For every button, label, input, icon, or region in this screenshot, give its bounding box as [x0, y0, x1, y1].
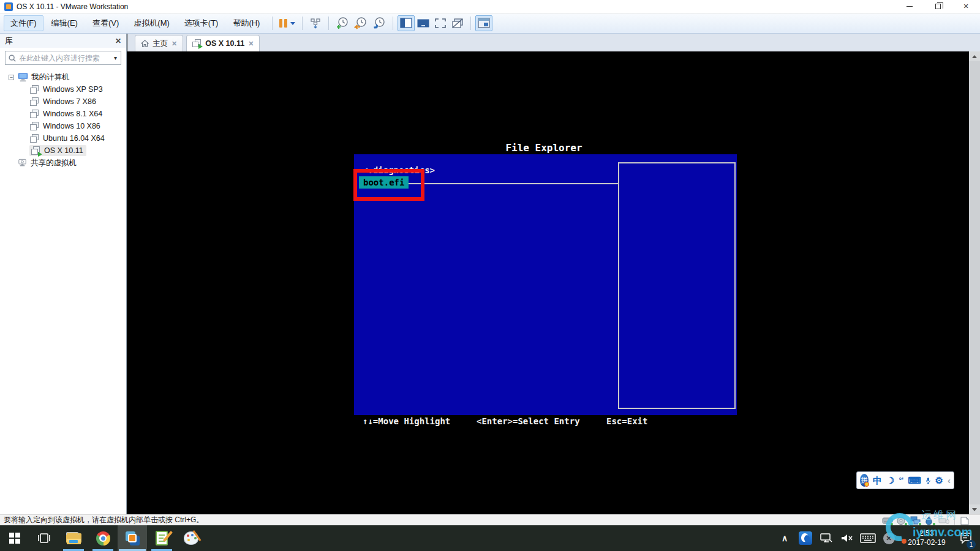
tab-label: OS X 10.11	[205, 39, 244, 48]
tree-item-label: Windows 8.1 X64	[43, 110, 102, 118]
menu-help[interactable]: 帮助(H)	[226, 15, 266, 31]
status-separator	[954, 517, 955, 525]
home-icon	[141, 40, 149, 47]
vm-console-screen[interactable]: File Explorer <.diagnostics> boot.efi ↑↓…	[127, 51, 969, 514]
search-icon	[8, 54, 17, 62]
close-button[interactable]: ✕	[952, 0, 980, 13]
ime-collapse-icon[interactable]: ‹	[948, 475, 951, 485]
tree-item-vm[interactable]: Windows 8.1 X64	[0, 108, 126, 120]
restore-icon	[935, 4, 941, 9]
snapshot-clock-plus-icon	[336, 17, 349, 30]
task-view-button[interactable]	[29, 525, 59, 551]
window-title: OS X 10.11 - VMware Workstation	[17, 2, 128, 11]
power-pause-button[interactable]	[277, 15, 298, 31]
tab-osx-vm[interactable]: OS X 10.11 ✕	[186, 35, 260, 51]
tray-network-icon[interactable]	[817, 525, 835, 551]
collapse-icon[interactable]: −	[9, 75, 14, 80]
menu-vm[interactable]: 虚拟机(M)	[127, 15, 176, 31]
status-bar: 要将输入定向到该虚拟机，请在虚拟机内部单击或按 Ctrl+G。	[0, 514, 980, 525]
vm-icon	[29, 97, 40, 107]
vmware-app-icon	[4, 2, 13, 11]
search-dropdown-icon[interactable]: ▾	[113, 54, 118, 61]
sound-device-icon[interactable]	[924, 516, 935, 525]
tray-volume-muted-icon[interactable]	[838, 525, 856, 551]
taskbar-chrome[interactable]	[88, 525, 118, 551]
unity-mode-button[interactable]	[449, 15, 466, 31]
paint-icon	[184, 531, 198, 545]
tray-sogou-icon[interactable]	[796, 525, 815, 551]
taskbar-vmware[interactable]	[118, 525, 147, 551]
vm-icon	[29, 109, 40, 119]
start-button[interactable]	[0, 525, 29, 551]
tree-item-label: OS X 10.11	[44, 146, 83, 155]
scroll-down-icon[interactable]	[969, 504, 980, 514]
library-panel-icon	[400, 18, 412, 29]
menu-edit[interactable]: 编辑(E)	[45, 15, 85, 31]
vm-vertical-scrollbar[interactable]	[969, 51, 980, 514]
taskbar-text-editor[interactable]	[147, 525, 176, 551]
fullscreen-button[interactable]	[432, 15, 449, 31]
tab-close-icon[interactable]: ✕	[248, 40, 254, 48]
message-log-icon[interactable]	[960, 516, 971, 525]
revert-snapshot-button[interactable]	[352, 15, 370, 31]
efi-help-move: ↑↓=Move Highlight	[363, 416, 450, 426]
ctrl-alt-del-icon	[309, 17, 322, 29]
tree-item-vm-selected[interactable]: OS X 10.11	[0, 144, 126, 157]
ime-language-button[interactable]: 中	[873, 476, 882, 485]
minimize-icon	[907, 6, 913, 7]
library-header: 库 ✕	[0, 34, 126, 48]
take-snapshot-button[interactable]	[333, 15, 352, 31]
taskbar-paint[interactable]	[176, 525, 206, 551]
action-center-button[interactable]: 1	[956, 525, 976, 551]
play-icon	[198, 44, 203, 49]
ime-voice-icon[interactable]	[925, 476, 931, 485]
manage-snapshots-button[interactable]	[370, 15, 388, 31]
power-dropdown-icon	[290, 22, 295, 25]
tab-home[interactable]: 主页 ✕	[135, 35, 183, 51]
chrome-icon	[96, 531, 110, 545]
sogou-logo-icon[interactable]: 拼	[860, 474, 869, 487]
tree-item-label: Ubuntu 16.04 X64	[43, 134, 105, 143]
toggle-thumbnail-bar-button[interactable]	[415, 15, 432, 31]
library-close-icon[interactable]: ✕	[115, 37, 121, 45]
file-explorer-icon	[66, 532, 81, 544]
minimize-button[interactable]	[895, 0, 924, 13]
selected-highlight: OS X 10.11	[29, 145, 86, 156]
tree-item-shared-vms[interactable]: 共享的虚拟机	[0, 157, 126, 169]
clock-time: 2:53	[900, 529, 953, 538]
tray-clock[interactable]: 2:53 2017-02-19	[900, 529, 953, 547]
console-view-button[interactable]	[475, 15, 492, 31]
ime-softkeyboard-icon[interactable]: ⌨	[908, 476, 921, 485]
tray-overflow-chevron-icon[interactable]: ∧	[775, 525, 794, 551]
usb-keyboard-icon[interactable]	[938, 516, 949, 525]
toggle-library-button[interactable]	[398, 15, 415, 31]
restore-button[interactable]	[924, 0, 952, 13]
windows-taskbar: ∧ ✕ 2:53 2017-02-19	[0, 525, 980, 551]
library-search: ▾	[5, 51, 121, 65]
menu-file[interactable]: 文件(F)	[4, 15, 43, 31]
vmware-workstation-window: OS X 10.11 - VMware Workstation ✕ 文件(F) …	[0, 0, 980, 551]
cdrom-device-icon[interactable]	[896, 516, 907, 525]
titlebar: OS X 10.11 - VMware Workstation ✕	[0, 0, 980, 13]
tray-touch-keyboard-icon[interactable]	[859, 525, 877, 551]
taskbar-file-explorer[interactable]	[59, 525, 88, 551]
tree-item-vm[interactable]: Windows XP SP3	[0, 83, 126, 96]
efi-title: File Explorer	[415, 142, 673, 154]
search-input[interactable]	[19, 54, 113, 62]
menu-tabs[interactable]: 选项卡(T)	[178, 15, 225, 31]
hard-disk-device-icon[interactable]	[882, 516, 893, 525]
tree-item-vm[interactable]: Ubuntu 16.04 X64	[0, 132, 126, 144]
network-device-icon[interactable]	[910, 516, 921, 525]
tree-item-my-computer[interactable]: − 我的计算机	[0, 71, 126, 83]
ime-settings-gear-icon[interactable]: ⚙	[935, 476, 943, 485]
tab-close-icon[interactable]: ✕	[172, 40, 177, 48]
tree-item-vm[interactable]: Windows 10 X86	[0, 120, 126, 132]
computer-icon	[18, 72, 28, 82]
send-ctrl-alt-del-button[interactable]	[307, 15, 324, 31]
tray-app-x-icon[interactable]: ✕	[880, 525, 898, 551]
menu-view[interactable]: 查看(V)	[86, 15, 126, 31]
scroll-up-icon[interactable]	[969, 51, 980, 61]
tree-item-vm[interactable]: Windows 7 X86	[0, 96, 126, 108]
ime-fullhalf-moon-icon[interactable]: ☽	[886, 476, 894, 485]
ime-punctuation-icon[interactable]: °'	[899, 477, 904, 484]
